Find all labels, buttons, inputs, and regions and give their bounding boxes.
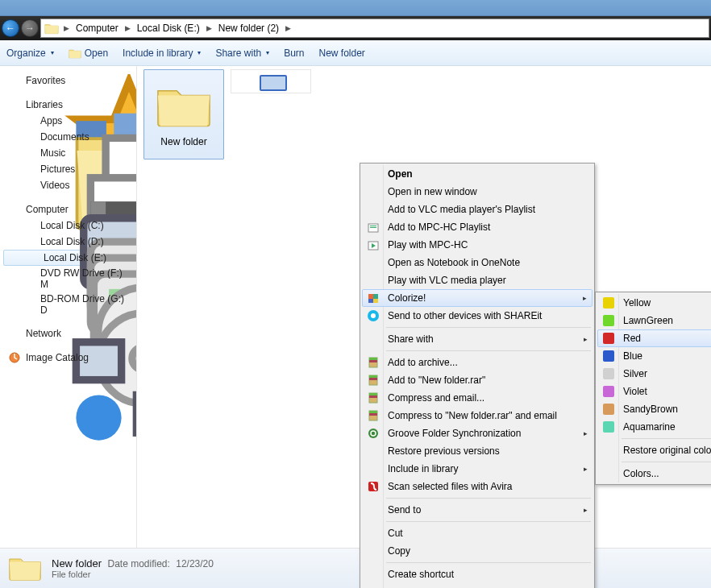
chevron-right-icon[interactable]: ▶	[122, 24, 134, 32]
ctx-onenote[interactable]: Open as Notebook in OneNote	[362, 254, 592, 271]
color-yellow[interactable]: Yellow	[597, 294, 711, 312]
chevron-right-icon[interactable]: ▶	[282, 24, 294, 32]
ctx-vlc-playlist[interactable]: Add to VLC media player's Playlist	[362, 201, 592, 218]
context-menu: Open Open in new window Add to VLC media…	[360, 163, 595, 588]
status-modified-value: 12/23/20	[176, 558, 214, 569]
sidebar-libraries[interactable]: Libraries	[0, 97, 136, 113]
folder-item-partial[interactable]	[231, 69, 311, 93]
breadcrumb-folder[interactable]: New folder (2)	[217, 23, 281, 34]
svg-rect-39	[369, 395, 377, 398]
ctx-add-rar[interactable]: Add to "New folder.rar"	[362, 371, 592, 389]
include-library-button[interactable]: Include in library	[123, 48, 201, 59]
disk-icon	[26, 251, 39, 264]
ctx-colorize[interactable]: Colorize!	[362, 289, 592, 307]
ctx-copy[interactable]: Copy	[362, 542, 592, 560]
rar-icon	[365, 356, 381, 369]
open-folder-icon	[69, 48, 81, 59]
ctx-mpc-playlist[interactable]: Add to MPC-HC Playlist	[362, 218, 592, 236]
mpc-icon	[365, 238, 381, 251]
ctx-vlc-play[interactable]: Play with VLC media player	[362, 271, 592, 289]
content-pane[interactable]: New folder Open Open in new window Add t…	[137, 66, 711, 548]
disc-icon	[23, 298, 35, 311]
status-type: File folder	[52, 569, 214, 579]
svg-rect-25	[368, 294, 373, 299]
open-button[interactable]: Open	[69, 48, 108, 59]
music-icon	[23, 147, 35, 159]
groove-icon	[365, 427, 381, 440]
ctx-restore-previous[interactable]: Restore previous versions	[362, 442, 592, 460]
breadcrumb-computer[interactable]: Computer	[74, 23, 120, 34]
svg-rect-22	[370, 226, 376, 226]
disc-icon	[23, 272, 35, 285]
sidebar-favorites[interactable]: Favorites	[0, 72, 136, 89]
svg-rect-41	[369, 411, 377, 413]
ctx-send-to[interactable]: Send to	[362, 501, 592, 519]
svg-rect-36	[369, 378, 377, 380]
ctx-compress-email[interactable]: Compress and email...	[362, 389, 592, 407]
sidebar-network[interactable]: Network	[0, 325, 136, 342]
color-sandybrown[interactable]: SandyBrown	[597, 400, 711, 418]
navigation-sidebar: Favorites Libraries Apps Documents Music…	[0, 66, 137, 548]
colorize-icon	[365, 292, 381, 304]
swatch-icon	[603, 315, 614, 326]
breadcrumb[interactable]: ▶ Computer ▶ Local Disk (E:) ▶ New folde…	[40, 19, 709, 38]
rar-icon	[365, 391, 381, 404]
color-aquamarine[interactable]: Aquamarine	[597, 418, 711, 436]
folder-item-selected[interactable]: New folder	[143, 69, 224, 159]
svg-rect-38	[369, 393, 377, 395]
mpc-icon	[365, 221, 381, 234]
svg-rect-28	[373, 299, 378, 303]
ctx-mpc-play[interactable]: Play with MPC-HC	[362, 236, 592, 254]
color-violet[interactable]: Violet	[597, 383, 711, 400]
folder-icon	[156, 81, 212, 130]
nav-back-button[interactable]	[2, 19, 19, 37]
swatch-icon	[603, 386, 614, 397]
organize-button[interactable]: Organize	[6, 48, 54, 59]
chevron-right-icon[interactable]: ▶	[60, 24, 73, 32]
disk-icon	[23, 235, 35, 248]
avira-icon	[365, 480, 381, 493]
svg-rect-35	[369, 375, 377, 378]
svg-point-30	[371, 313, 376, 318]
catalog-icon	[8, 351, 21, 364]
color-blue[interactable]: Blue	[597, 347, 711, 365]
status-bar: New folder Date modified: 12/23/20 File …	[0, 548, 711, 588]
svg-rect-26	[373, 294, 378, 299]
document-icon	[23, 130, 35, 143]
new-folder-button[interactable]: New folder	[319, 48, 365, 59]
ctx-include-library[interactable]: Include in library	[362, 460, 592, 478]
nav-forward-button[interactable]	[21, 19, 39, 37]
libraries-icon	[8, 98, 21, 111]
chevron-right-icon[interactable]: ▶	[203, 24, 215, 32]
swatch-icon	[603, 350, 614, 362]
status-modified-label: Date modified:	[107, 558, 169, 569]
ctx-cut[interactable]: Cut	[362, 524, 592, 542]
color-more[interactable]: Colors...	[597, 465, 711, 482]
ctx-create-shortcut[interactable]: Create shortcut	[362, 565, 592, 583]
swatch-icon	[603, 333, 614, 344]
burn-button[interactable]: Burn	[284, 48, 304, 59]
ctx-shareit[interactable]: Send to other devices with SHAREit	[362, 307, 592, 325]
color-lawngreen[interactable]: LawnGreen	[597, 312, 711, 329]
swatch-icon	[603, 297, 614, 308]
ctx-open[interactable]: Open	[362, 165, 592, 183]
color-silver[interactable]: Silver	[597, 365, 711, 383]
folder-icon	[8, 553, 42, 584]
swatch-icon	[603, 404, 614, 415]
share-with-button[interactable]: Share with	[215, 48, 269, 59]
ctx-avira-scan[interactable]: Scan selected files with Avira	[362, 478, 592, 495]
ctx-delete[interactable]: Delete	[362, 583, 592, 588]
video-icon	[23, 179, 35, 192]
ctx-groove[interactable]: Groove Folder Synchronization	[362, 424, 592, 442]
colorize-submenu: Yellow LawnGreen Red Blue Silver Violet …	[595, 292, 711, 485]
ctx-share-with[interactable]: Share with	[362, 330, 592, 348]
ctx-compress-rar-email[interactable]: Compress to "New folder.rar" and email	[362, 407, 592, 424]
ctx-open-new-window[interactable]: Open in new window	[362, 183, 592, 201]
breadcrumb-drive-e[interactable]: Local Disk (E:)	[135, 23, 202, 34]
svg-rect-32	[369, 358, 377, 360]
picture-icon	[23, 163, 35, 176]
color-red[interactable]: Red	[597, 329, 711, 347]
sidebar-computer[interactable]: Computer	[0, 201, 136, 217]
ctx-add-archive[interactable]: Add to archive...	[362, 354, 592, 371]
color-restore[interactable]: Restore original color	[597, 441, 711, 459]
